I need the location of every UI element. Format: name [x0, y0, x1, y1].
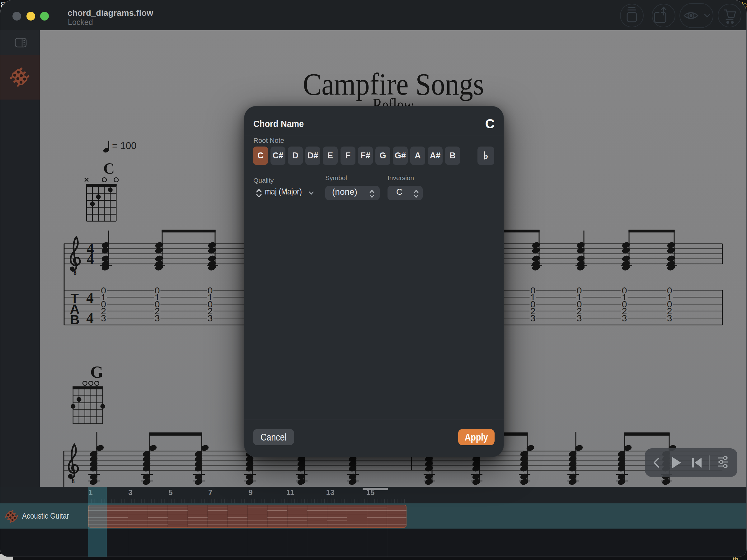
svg-text:G: G — [90, 363, 103, 381]
svg-text:3: 3 — [208, 313, 213, 323]
svg-text:3: 3 — [155, 313, 160, 323]
svg-text:4: 4 — [86, 290, 94, 306]
svg-text:8: 8 — [72, 478, 75, 484]
svg-text:8: 8 — [74, 269, 77, 276]
svg-text:3: 3 — [531, 313, 536, 323]
svg-text:4: 4 — [86, 251, 94, 267]
svg-text:C: C — [103, 160, 114, 177]
svg-text:3: 3 — [667, 313, 672, 323]
svg-text:B: B — [70, 312, 79, 327]
svg-text:3: 3 — [101, 313, 106, 323]
svg-text:3: 3 — [622, 313, 627, 323]
svg-text:3: 3 — [577, 313, 582, 323]
svg-text:= 100: = 100 — [112, 140, 136, 151]
svg-text:4: 4 — [86, 310, 94, 326]
